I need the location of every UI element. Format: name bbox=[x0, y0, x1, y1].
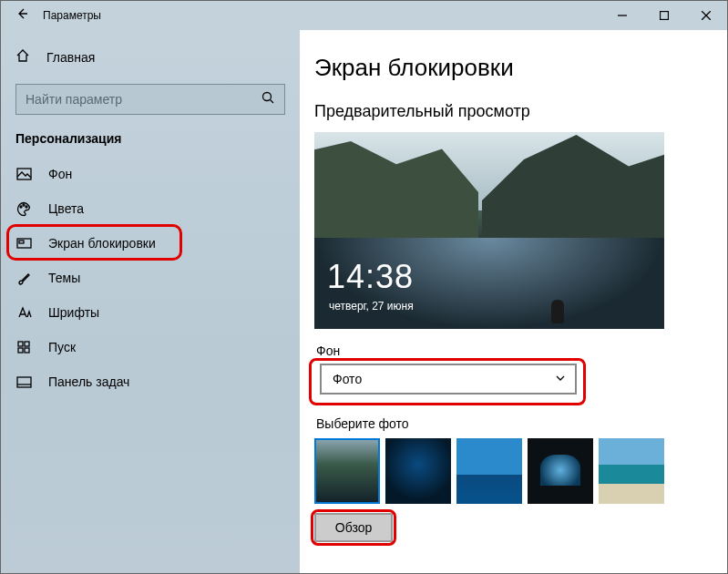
svg-point-4 bbox=[23, 204, 25, 206]
nav-item-start[interactable]: Пуск bbox=[1, 330, 300, 364]
svg-rect-9 bbox=[25, 342, 29, 346]
chevron-down-icon bbox=[555, 372, 566, 386]
svg-rect-8 bbox=[18, 342, 23, 346]
font-icon bbox=[15, 304, 32, 321]
taskbar-icon bbox=[15, 374, 32, 390]
svg-point-1 bbox=[263, 93, 272, 101]
close-button[interactable] bbox=[685, 1, 727, 30]
nav-label: Шрифты bbox=[48, 305, 99, 320]
background-dropdown[interactable]: Фото bbox=[320, 364, 577, 395]
maximize-button[interactable] bbox=[643, 1, 685, 30]
nav-label: Темы bbox=[48, 271, 80, 285]
page-title: Экран блокировки bbox=[314, 54, 700, 82]
window-title: Параметры bbox=[43, 9, 101, 22]
photo-thumb[interactable] bbox=[314, 438, 380, 504]
sidebar: Главная Найти параметр Персонализация Фо… bbox=[1, 30, 300, 573]
settings-window: Параметры Главная Найти параметр Персона… bbox=[0, 0, 728, 574]
section-title: Персонализация bbox=[1, 131, 300, 157]
svg-rect-12 bbox=[17, 377, 31, 387]
dropdown-value: Фото bbox=[333, 372, 362, 386]
nav-item-themes[interactable]: Темы bbox=[1, 261, 300, 295]
photo-thumb[interactable] bbox=[385, 438, 451, 504]
svg-rect-7 bbox=[19, 241, 24, 243]
nav-item-lockscreen[interactable]: Экран блокировки bbox=[1, 226, 300, 261]
nav-item-taskbar[interactable]: Панель задач bbox=[1, 364, 300, 399]
home-label: Главная bbox=[46, 50, 95, 65]
nav-label: Панель задач bbox=[48, 374, 129, 389]
palette-icon bbox=[15, 200, 32, 217]
minimize-button[interactable] bbox=[601, 1, 643, 30]
home-button[interactable]: Главная bbox=[1, 41, 300, 73]
photo-thumb[interactable] bbox=[599, 438, 664, 504]
nav-item-fonts[interactable]: Шрифты bbox=[1, 295, 300, 330]
svg-rect-0 bbox=[661, 12, 669, 20]
browse-button[interactable]: Обзор bbox=[314, 513, 393, 542]
start-icon bbox=[15, 339, 32, 355]
nav-label: Пуск bbox=[48, 340, 76, 354]
nav-label: Фон bbox=[48, 167, 72, 181]
preview-time: 14:38 bbox=[327, 258, 414, 296]
svg-rect-11 bbox=[25, 348, 29, 353]
browse-label: Обзор bbox=[335, 520, 372, 535]
svg-rect-10 bbox=[18, 348, 23, 353]
lockscreen-icon bbox=[15, 235, 32, 251]
search-placeholder: Найти параметр bbox=[26, 92, 122, 107]
search-icon bbox=[261, 90, 275, 108]
photo-thumb[interactable] bbox=[528, 438, 593, 504]
main-content: Экран блокировки Предварительный просмот… bbox=[300, 30, 727, 573]
nav-item-background[interactable]: Фон bbox=[1, 157, 300, 191]
lockscreen-preview: 14:38 четверг, 27 июня bbox=[314, 132, 664, 329]
preview-date: четверг, 27 июня bbox=[329, 300, 414, 313]
choose-photo-label: Выберите фото bbox=[316, 416, 700, 431]
nav-label: Экран блокировки bbox=[48, 236, 156, 251]
brush-icon bbox=[15, 270, 32, 286]
picture-icon bbox=[15, 166, 32, 182]
svg-point-3 bbox=[20, 206, 22, 208]
back-icon[interactable] bbox=[15, 7, 28, 24]
nav-item-colors[interactable]: Цвета bbox=[1, 191, 300, 226]
background-label: Фон bbox=[316, 343, 700, 358]
search-input[interactable]: Найти параметр bbox=[15, 84, 285, 115]
nav-label: Цвета bbox=[48, 201, 84, 216]
home-icon bbox=[15, 48, 30, 66]
titlebar: Параметры bbox=[1, 1, 727, 30]
svg-point-5 bbox=[26, 206, 27, 208]
photo-thumbnails bbox=[314, 438, 700, 504]
preview-label: Предварительный просмотр bbox=[314, 102, 700, 121]
photo-thumb[interactable] bbox=[456, 438, 522, 504]
